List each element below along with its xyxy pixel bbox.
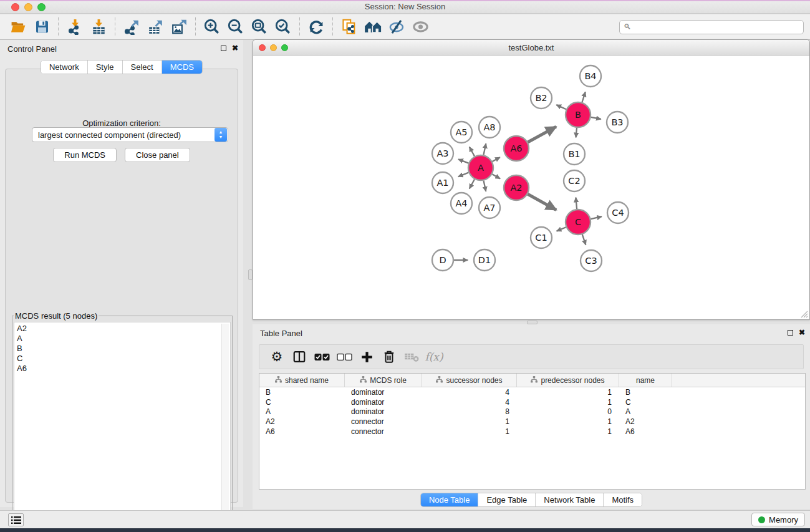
table-cell[interactable]: B (619, 388, 672, 397)
table-cell[interactable]: connector (345, 417, 422, 426)
table-cell[interactable]: 4 (422, 398, 517, 407)
zoom-in-icon[interactable] (201, 17, 223, 37)
close-panel-button[interactable]: Close panel (125, 148, 190, 162)
float-panel-icon[interactable] (788, 330, 793, 336)
run-mcds-button[interactable]: Run MCDS (53, 148, 117, 162)
tab-motifs[interactable]: Motifs (604, 493, 642, 506)
export-network-icon[interactable] (121, 17, 142, 37)
deselect-all-icon[interactable] (333, 346, 355, 367)
result-list-item[interactable]: C (17, 354, 230, 364)
edge-A-A7[interactable] (483, 181, 486, 191)
table-cell[interactable]: 1 (517, 427, 619, 436)
node-table[interactable]: shared nameMCDS rolesuccessor nodesprede… (259, 373, 806, 490)
table-row[interactable]: Bdominator41B (259, 387, 805, 397)
delete-column-trash-icon[interactable] (378, 346, 400, 367)
zoom-out-icon[interactable] (225, 17, 246, 37)
table-cell[interactable]: connector (345, 427, 422, 436)
edge-C-C1[interactable] (557, 227, 566, 231)
table-cell[interactable]: A6 (259, 427, 345, 436)
float-panel-icon[interactable] (221, 46, 226, 51)
edge-B-B2[interactable] (556, 105, 566, 109)
edge-C-C2[interactable] (576, 198, 577, 209)
memory-button[interactable]: Memory (751, 513, 805, 526)
edge-A-A6[interactable] (492, 157, 499, 162)
export-image-icon[interactable] (168, 17, 190, 37)
result-list-item[interactable]: A6 (17, 364, 230, 374)
panel-splitter-grip[interactable] (248, 269, 253, 280)
table-settings-gear-icon[interactable]: ⚙ (266, 346, 288, 367)
edge-A-A2[interactable] (492, 174, 500, 178)
show-columns-icon[interactable] (288, 346, 311, 367)
hide-selected-eye-slash-icon[interactable] (386, 17, 407, 37)
table-cell[interactable]: 1 (517, 388, 619, 397)
tab-network[interactable]: Network (41, 60, 88, 74)
result-list-item[interactable]: A2 (17, 324, 230, 334)
create-column-plus-icon[interactable] (355, 346, 378, 367)
tab-mcds[interactable]: MCDS (162, 60, 202, 74)
network-window-titlebar[interactable]: testGlobe.txt (253, 40, 809, 56)
houses-icon[interactable] (362, 17, 383, 37)
table-row[interactable]: A6connector11A6 (259, 427, 805, 437)
tab-network-table[interactable]: Network Table (536, 493, 604, 506)
table-cell[interactable]: A (259, 407, 345, 416)
search-input[interactable] (634, 22, 799, 31)
table-cell[interactable]: dominator (345, 388, 422, 397)
edge-C-C3[interactable] (582, 235, 586, 245)
edge-A-A3[interactable] (458, 159, 468, 163)
resize-grip-icon[interactable] (799, 309, 808, 318)
edge-B-B3[interactable] (591, 117, 601, 119)
table-cell[interactable]: 4 (422, 388, 517, 397)
import-table-icon[interactable] (88, 17, 109, 37)
column-header-name[interactable]: name (619, 374, 672, 387)
table-cell[interactable]: A6 (619, 427, 672, 436)
zoom-selected-icon[interactable] (272, 17, 294, 37)
refresh-icon[interactable] (306, 17, 327, 37)
table-row[interactable]: Cdominator41C (259, 397, 805, 407)
table-cell[interactable]: C (619, 398, 672, 407)
edge-A-A1[interactable] (458, 173, 469, 177)
table-row[interactable]: Adominator80A (259, 407, 805, 417)
edge-C-C4[interactable] (591, 216, 602, 219)
column-header-shared-name[interactable]: shared name (259, 374, 345, 387)
fit-content-icon[interactable] (249, 17, 270, 37)
close-panel-icon[interactable]: ✖ (232, 44, 238, 52)
table-cell[interactable]: 1 (422, 417, 517, 426)
edge-A-A5[interactable] (470, 147, 475, 156)
table-cell[interactable]: A2 (619, 417, 672, 426)
column-header-predecessor-nodes[interactable]: predecessor nodes (517, 374, 619, 387)
column-header-successor-nodes[interactable]: successor nodes (422, 374, 517, 387)
task-history-button[interactable] (8, 513, 24, 526)
table-cell[interactable]: 1 (517, 398, 619, 407)
duplicate-network-icon[interactable] (339, 17, 360, 37)
table-cell[interactable]: 8 (422, 407, 517, 416)
edge-A-A8[interactable] (483, 143, 486, 155)
optimization-criterion-select[interactable]: largest connected component (directed) ▲… (32, 127, 228, 142)
export-table-icon[interactable] (145, 17, 166, 37)
table-cell[interactable]: dominator (345, 398, 422, 407)
save-session-icon[interactable] (31, 17, 52, 37)
result-scrollbar[interactable] (221, 324, 229, 522)
table-row[interactable]: A2connector11A2 (259, 417, 805, 427)
select-all-icon[interactable] (311, 346, 333, 367)
edge-A-A4[interactable] (470, 179, 475, 188)
table-cell[interactable]: A (619, 407, 672, 416)
open-session-icon[interactable] (7, 17, 29, 37)
search-field[interactable]: 🔍︎ (619, 20, 804, 34)
tab-node-table[interactable]: Node Table (421, 493, 479, 506)
tab-select[interactable]: Select (123, 60, 162, 74)
edge-B-B4[interactable] (582, 92, 585, 102)
column-header-MCDS-role[interactable]: MCDS role (345, 374, 422, 387)
table-cell[interactable]: B (259, 388, 345, 397)
table-cell[interactable]: 1 (422, 427, 517, 436)
edge-B-B1[interactable] (576, 128, 577, 137)
edge-A2-C[interactable] (528, 194, 556, 210)
network-graph[interactable]: B4B2BB3A8A5A6B1A3AC2A1A2A4A7C4CC1C3DD1 (253, 56, 809, 319)
show-all-eye-icon[interactable] (410, 17, 431, 37)
edge-A6-B[interactable] (528, 127, 556, 142)
table-cell[interactable]: A2 (259, 417, 345, 426)
table-cell[interactable]: 1 (517, 417, 619, 426)
network-canvas[interactable]: B4B2BB3A8A5A6B1A3AC2A1A2A4A7C4CC1C3DD1 (253, 56, 809, 319)
result-list-item[interactable]: B (17, 344, 230, 354)
mcds-result-list[interactable]: A2ABCA6 (14, 322, 231, 524)
tab-edge-table[interactable]: Edge Table (478, 493, 536, 506)
